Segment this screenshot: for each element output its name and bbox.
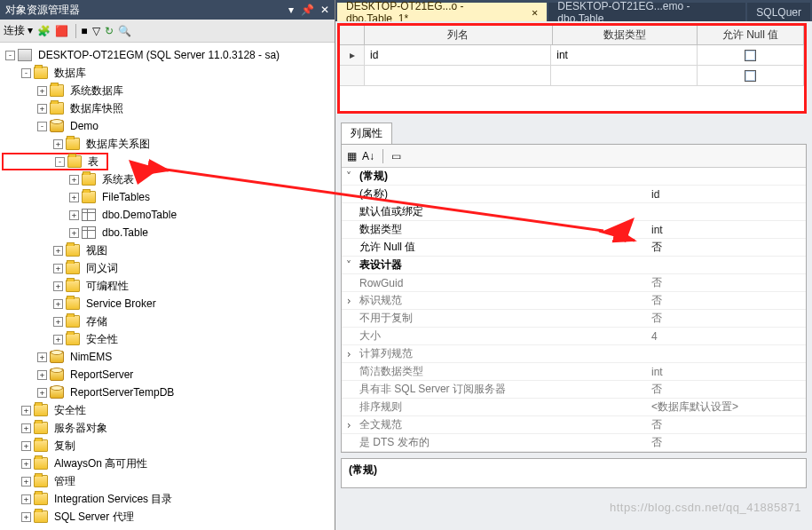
demotable-node[interactable]: + dbo.DemoTable bbox=[2, 206, 335, 224]
panel-pin-icon[interactable]: 📌 bbox=[301, 4, 314, 16]
tab-column-properties[interactable]: 列属性 bbox=[341, 123, 392, 144]
properties-grid[interactable]: ˅(常规) (名称)id 默认值或绑定 数据类型int 允许 Null 值否 ˅… bbox=[342, 168, 806, 452]
prop-value[interactable]: <数据库默认设置> bbox=[646, 399, 806, 415]
group-general[interactable]: (常规) bbox=[356, 169, 646, 184]
integration-node[interactable]: + Integration Services 目录 bbox=[2, 490, 335, 508]
demo-db-node[interactable]: - Demo bbox=[2, 117, 335, 135]
search-icon[interactable]: 🔍 bbox=[118, 25, 131, 37]
object-tree[interactable]: - DESKTOP-OT21EGM (SQL Server 11.0.3128 … bbox=[0, 43, 335, 530]
expand-icon[interactable]: + bbox=[69, 228, 79, 238]
views-node[interactable]: + 视图 bbox=[2, 241, 335, 259]
filetables-node[interactable]: + FileTables bbox=[2, 188, 335, 206]
snapshot-node[interactable]: + 数据库快照 bbox=[2, 99, 335, 117]
prop-value[interactable]: 否 bbox=[646, 240, 806, 255]
row-selector[interactable] bbox=[340, 66, 365, 85]
nimems-node[interactable]: + NimEMS bbox=[2, 348, 335, 366]
expand-icon[interactable]: + bbox=[21, 459, 31, 469]
expand-icon[interactable]: + bbox=[53, 139, 63, 149]
agent-node[interactable]: + SQL Server 代理 bbox=[2, 508, 335, 526]
databases-node[interactable]: - 数据库 bbox=[2, 64, 335, 82]
row-selector-icon[interactable]: ▸ bbox=[340, 45, 365, 65]
expand-icon[interactable]: + bbox=[21, 477, 31, 486]
cell-colname[interactable]: id bbox=[365, 45, 551, 65]
expand-icon[interactable]: + bbox=[69, 193, 79, 202]
group-designer[interactable]: 表设计器 bbox=[356, 257, 646, 273]
tab-table1[interactable]: DESKTOP-OT21EG...o - dbo.Table_1* ✕ bbox=[337, 3, 547, 21]
expand-icon[interactable]: + bbox=[69, 210, 79, 220]
prop-value[interactable]: 否 bbox=[646, 311, 806, 326]
connect-icon[interactable]: 🧩 bbox=[37, 25, 51, 37]
prop-value[interactable]: 否 bbox=[646, 417, 806, 432]
reportservertempdb-node[interactable]: + ReportServerTempDB bbox=[2, 384, 335, 401]
checkbox-icon[interactable] bbox=[745, 50, 756, 61]
table-node[interactable]: + dbo.Table bbox=[2, 224, 335, 241]
expand-icon[interactable]: + bbox=[53, 317, 63, 327]
expand-icon[interactable]: + bbox=[21, 441, 31, 451]
synonyms-node[interactable]: + 同义词 bbox=[2, 259, 335, 277]
categorized-icon[interactable]: ▦ bbox=[347, 150, 357, 162]
systables-node[interactable]: + 系统表 bbox=[2, 170, 335, 188]
expand-icon[interactable]: + bbox=[37, 388, 47, 398]
prop-value[interactable]: int bbox=[646, 366, 806, 378]
servicebroker-node[interactable]: + Service Broker bbox=[2, 295, 335, 312]
security-db-node[interactable]: + 安全性 bbox=[2, 330, 335, 348]
expand-icon[interactable]: + bbox=[37, 370, 47, 380]
prop-value[interactable]: id bbox=[646, 188, 806, 201]
alwayson-node[interactable]: + AlwaysOn 高可用性 bbox=[2, 455, 335, 472]
refresh-icon[interactable]: ↻ bbox=[105, 25, 114, 37]
tab-sqlquery[interactable]: SQLQuer bbox=[747, 3, 810, 21]
designer-row-empty[interactable] bbox=[340, 66, 804, 86]
prop-value[interactable]: 否 bbox=[646, 382, 806, 397]
security-node[interactable]: + 安全性 bbox=[2, 401, 335, 419]
expand-icon[interactable]: + bbox=[21, 494, 31, 504]
prop-key[interactable]: 计算列规范 bbox=[356, 346, 646, 361]
tab-table[interactable]: DESKTOP-OT21EG...emo - dbo.Table bbox=[548, 3, 745, 21]
sysdb-node[interactable]: + 系统数据库 bbox=[2, 82, 335, 99]
cell-allownulls[interactable] bbox=[698, 45, 804, 65]
expand-icon[interactable]: + bbox=[53, 281, 63, 291]
cell-allownulls[interactable] bbox=[698, 66, 804, 85]
expand-icon[interactable]: + bbox=[53, 246, 63, 256]
stop-icon[interactable]: ■ bbox=[81, 25, 87, 37]
expand-icon[interactable]: + bbox=[37, 104, 47, 114]
prop-value[interactable]: int bbox=[646, 224, 806, 236]
prop-value[interactable]: 4 bbox=[646, 330, 806, 343]
checkbox-icon[interactable] bbox=[745, 70, 756, 82]
expand-icon[interactable]: + bbox=[53, 299, 63, 309]
properties-pages-icon[interactable]: ▭ bbox=[391, 150, 401, 162]
alphabetical-icon[interactable]: A↓ bbox=[362, 150, 374, 162]
expand-icon[interactable]: + bbox=[53, 264, 63, 273]
tables-node[interactable]: - 表 bbox=[2, 153, 108, 170]
diagrams-node[interactable]: + 数据库关系图 bbox=[2, 135, 335, 153]
reportserver-node[interactable]: + ReportServer bbox=[2, 366, 335, 384]
prop-value[interactable]: 否 bbox=[646, 435, 806, 450]
expand-icon[interactable]: + bbox=[21, 406, 31, 415]
filter-icon[interactable]: ▽ bbox=[92, 25, 100, 37]
programmability-node[interactable]: + 可编程性 bbox=[2, 277, 335, 295]
cell-datatype[interactable]: int bbox=[551, 45, 698, 65]
designer-row-1[interactable]: ▸ id int bbox=[340, 45, 804, 66]
prop-key[interactable]: 标识规范 bbox=[356, 293, 646, 308]
prop-value[interactable]: 否 bbox=[646, 275, 806, 290]
prop-value[interactable]: 否 bbox=[646, 293, 806, 308]
connect-label[interactable]: 连接 ▾ bbox=[4, 23, 33, 38]
expand-icon[interactable]: + bbox=[21, 423, 31, 433]
storage-node[interactable]: + 存储 bbox=[2, 312, 335, 330]
expand-icon[interactable]: + bbox=[21, 512, 31, 522]
cell-colname[interactable] bbox=[365, 66, 551, 85]
collapse-icon[interactable]: - bbox=[21, 68, 31, 78]
expand-icon[interactable]: + bbox=[37, 352, 47, 362]
serverobjects-node[interactable]: + 服务器对象 bbox=[2, 419, 335, 437]
panel-dropdown-icon[interactable]: ▾ bbox=[288, 4, 294, 16]
panel-close-icon[interactable]: ✕ bbox=[320, 4, 329, 16]
expand-icon[interactable]: + bbox=[53, 335, 63, 344]
collapse-icon[interactable]: - bbox=[55, 157, 65, 167]
expand-icon[interactable]: + bbox=[69, 175, 79, 185]
server-node[interactable]: - DESKTOP-OT21EGM (SQL Server 11.0.3128 … bbox=[2, 46, 335, 64]
cell-datatype[interactable] bbox=[551, 66, 698, 85]
disconnect-icon[interactable]: 🟥 bbox=[55, 25, 68, 37]
expand-icon[interactable]: + bbox=[37, 86, 47, 96]
prop-key[interactable]: 全文规范 bbox=[356, 417, 646, 432]
management-node[interactable]: + 管理 bbox=[2, 472, 335, 490]
replication-node[interactable]: + 复制 bbox=[2, 437, 335, 455]
